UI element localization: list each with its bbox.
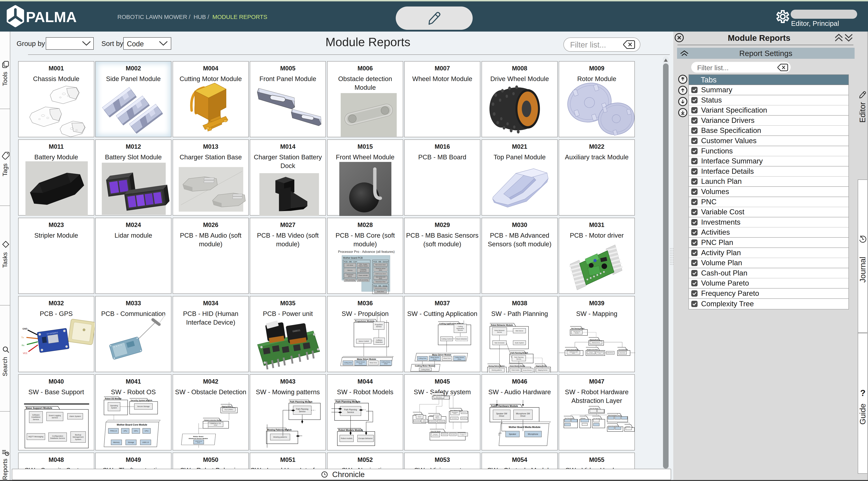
svg-text:Obstacle detection Module: Obstacle detection Module [204,419,221,421]
svg-text:Robot models: Robot models [512,370,520,371]
svg-text:Audio Hardware Module: Audio Hardware Module [491,405,518,408]
svg-text:Driver: Driver [214,424,217,426]
svg-text:Storage: Storage [128,441,134,443]
svg-text:Cutting Control: Cutting Control [430,421,435,422]
svg-text:APU: APU [123,430,127,432]
svg-text:Cutting Control: Cutting Control [441,338,452,340]
svg-text:Robot models: Robot models [341,437,352,439]
svg-text:Memory: Memory [347,269,352,271]
svg-text:Mapping Module: Mapping Module [590,339,599,340]
svg-text:GND: GND [23,327,27,330]
svg-text:Service: Service [575,332,579,333]
svg-text:Path Planning: Path Planning [574,331,580,332]
svg-text:Base Support Module: Base Support Module [26,407,52,409]
svg-text:Installation: Installation [31,416,40,418]
svg-text:Path Planning Module: Path Planning Module [571,328,585,329]
svg-text:Service: Service [299,410,306,413]
svg-text:CPU: CPU [145,430,148,432]
svg-text:Driver: Driver [462,435,464,436]
svg-text:Servo Control: Servo Control [359,340,369,342]
svg-text:Robot Behavior: Robot Behavior [452,412,458,413]
svg-text:Power System: Power System [451,434,456,435]
svg-text:Driver: Driver [572,353,575,354]
svg-text:Escape Behavior: Escape Behavior [359,437,373,439]
svg-text:Vision Service: Vision Service [620,352,625,353]
svg-text:Web Server: Web Server [462,412,466,413]
svg-text:Robot OS Module: Robot OS Module [105,397,122,400]
svg-text:LIDAR Sensor: LIDAR Sensor [195,441,202,442]
svg-text:Vehicle Driver: Vehicle Driver [442,434,447,435]
svg-text:Mowing patterns: Mowing patterns [273,436,287,438]
svg-text:TPM - Trusted: TPM - Trusted [359,264,367,265]
svg-text:Audio System: Audio System [462,418,467,419]
svg-text:Safety System Module: Safety System Module [433,394,445,395]
svg-text:Driver: Driver [359,363,363,364]
svg-text:Wheel Sensor: Wheel Sensor [356,361,365,363]
svg-text:driver: driver [379,278,382,279]
svg-text:Mapping Service: Mapping Service [592,342,600,343]
svg-text:Mowing patterns: Mowing patterns [492,370,502,371]
svg-text:Sensor SW Driver: Sensor SW Driver [432,435,439,436]
svg-text:Microphone: Microphone [528,433,538,435]
svg-text:Mother Board Media Module: Mother Board Media Module [509,426,540,428]
svg-text:Path Planning: Path Planning [344,409,357,411]
svg-text:Hall sensor driver: Hall sensor driver [376,281,386,282]
svg-text:Database Service: Database Service [50,437,65,439]
svg-text:Wheel Drive: Wheel Drive [370,362,377,363]
svg-text:USB 2.0: USB 2.0 [142,441,149,443]
svg-text:Cutting Drive: Cutting Drive [418,357,427,359]
svg-text:Mowing Patterns Module: Mowing Patterns Module [267,428,292,431]
svg-text:Memory: Memory [113,441,120,443]
svg-text:Service: Service [347,411,354,413]
svg-text:Driver: Driver [598,353,601,354]
svg-text:driver: driver [379,269,382,271]
svg-text:Nav Module: Nav Module [625,426,630,427]
svg-text:Obstacle detection Module: Obstacle detection Module [566,349,579,350]
svg-text:Navigation HAL Module: Navigation HAL Module [587,349,598,350]
svg-text:Service: Service [33,418,39,420]
svg-text:Service: Service [497,331,502,333]
svg-text:GPS SW Driver: GPS SW Driver [607,352,614,353]
svg-text:Service: Service [516,358,521,360]
svg-text:Escape Behavior: Escape Behavior [523,370,532,371]
svg-text:Mowing Patterns Module: Mowing Patterns Module [489,365,505,367]
svg-text:GPU: GPU [134,430,138,432]
svg-text:Mother Board Core Module: Mother Board Core Module [117,423,147,426]
svg-text:Task Scheduler: Task Scheduler [452,418,457,419]
svg-text:Secure Storage: Secure Storage [137,406,150,408]
svg-text:Mapping Module: Mapping Module [222,406,232,407]
svg-text:Path Planning Module: Path Planning Module [510,352,528,354]
svg-text:TPM 2.0: TPM 2.0 [110,430,117,432]
svg-text:Driver: Driver [197,442,200,443]
svg-text:Motor Driver Module: Motor Driver Module [432,354,452,356]
svg-text:Path Planning Module: Path Planning Module [336,400,361,403]
svg-text:Servo Control: Servo Control [415,420,420,421]
svg-text:Alarm System: Alarm System [69,415,81,417]
svg-text:Mother Board\nSensor Module: Mother Board\nSensor Module [608,415,621,416]
svg-text:Wheel Drive: Wheel Drive [443,357,451,359]
svg-text:Management: Management [72,436,84,438]
svg-text:Cutting Sensor: Cutting Sensor [381,361,391,363]
svg-text:Robot Behavior Module: Robot Behavior Module [450,410,462,411]
svg-text:Processor Pro - Advance (all f: Processor Pro - Advance (all features) [338,250,395,254]
svg-text:Speaker SW: Speaker SW [496,413,507,415]
svg-text:Detection: Detection [376,341,383,343]
svg-text:Robot HAL Module: Robot HAL Module [431,431,440,432]
svg-text:LIDAR Sensor SW: LIDAR Sensor SW [210,423,221,424]
svg-text:Vision System Module: Vision System Module [618,349,628,350]
svg-text:Obstacle Detection Module: Obstacle Detection Module [608,425,618,426]
svg-text:Advanced Sensor Module: Advanced Sensor Module [189,438,208,439]
svg-text:LED driver: LED driver [347,264,353,266]
svg-text:Mother Board: Mother Board [193,436,204,438]
svg-text:Event Logging: Event Logging [49,414,61,417]
svg-text:Driver: Driver [458,358,461,360]
svg-text:Driver: Driver [520,415,526,417]
svg-text:Serial driver: Serial driver [347,274,354,275]
svg-text:Tx: Tx [21,336,24,339]
svg-text:Audio System: Audio System [515,342,524,344]
svg-text:Mapping Service: Mapping Service [224,409,234,410]
svg-text:Video processing: Video processing [345,279,355,281]
svg-text:Sensor SW Driver: Sensor SW Driver [588,353,594,354]
svg-text:Service: Service [453,413,457,414]
svg-text:Ultrasonic sensor: Ultrasonic sensor [376,268,386,269]
